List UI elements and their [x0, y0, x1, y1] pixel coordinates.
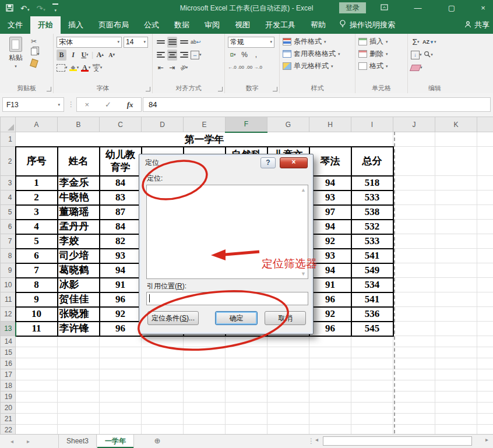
- cell[interactable]: [309, 403, 351, 414]
- cell-total[interactable]: 518: [351, 176, 393, 191]
- cell[interactable]: [100, 414, 142, 425]
- special-button[interactable]: 定位条件(S)...: [147, 311, 199, 325]
- sheet-nav-left-icon[interactable]: ◂: [10, 435, 13, 448]
- ok-button[interactable]: 确定: [215, 311, 258, 325]
- cell[interactable]: [435, 369, 477, 380]
- sort-filter-button[interactable]: AZ▼▾: [422, 37, 436, 48]
- font-name-combo[interactable]: 宋体▾: [57, 37, 122, 48]
- font-color-button[interactable]: A▾: [81, 62, 91, 73]
- cell[interactable]: [477, 425, 493, 435]
- cell[interactable]: [142, 347, 184, 358]
- cell[interactable]: [309, 380, 351, 391]
- cell[interactable]: [309, 425, 351, 435]
- formula-input[interactable]: 84: [143, 97, 491, 112]
- cell[interactable]: [435, 307, 477, 322]
- cell[interactable]: [142, 336, 184, 347]
- cell[interactable]: [226, 391, 267, 403]
- cell-name[interactable]: 李姣: [58, 234, 100, 249]
- column-header-H[interactable]: H: [309, 117, 351, 132]
- cell[interactable]: [226, 336, 267, 347]
- find-select-button[interactable]: ▾: [424, 50, 434, 61]
- cell-score[interactable]: 94: [100, 263, 142, 278]
- cell[interactable]: [309, 347, 351, 358]
- cell-name[interactable]: 张晓雅: [58, 307, 100, 322]
- cell[interactable]: [351, 380, 393, 391]
- cell-total[interactable]: 533: [351, 191, 393, 205]
- cell[interactable]: [393, 191, 435, 205]
- hscroll-thumb[interactable]: [323, 436, 472, 446]
- scroll-down-icon[interactable]: ▼: [301, 271, 306, 277]
- hscroll-right-icon[interactable]: ▸: [485, 436, 488, 443]
- sheet-nav-right-icon[interactable]: ▸: [27, 435, 30, 448]
- phonetic-button[interactable]: wén文▾: [93, 62, 103, 73]
- cell-score[interactable]: 92: [309, 234, 351, 249]
- maximize-button[interactable]: ▢: [442, 0, 462, 16]
- row-header[interactable]: 2: [1, 147, 16, 176]
- cell-score[interactable]: 82: [100, 234, 142, 249]
- cell-score[interactable]: 96: [309, 292, 351, 307]
- cell[interactable]: [393, 380, 435, 391]
- cell[interactable]: [309, 414, 351, 425]
- cell[interactable]: [393, 263, 435, 278]
- clear-button[interactable]: ▾: [411, 62, 422, 73]
- cancel-entry-icon[interactable]: ×: [84, 100, 89, 109]
- cell[interactable]: [58, 391, 100, 403]
- cell[interactable]: [351, 425, 393, 435]
- cell[interactable]: [351, 336, 393, 347]
- cell[interactable]: [16, 358, 58, 369]
- cell[interactable]: [142, 369, 184, 380]
- row-header[interactable]: 8: [1, 249, 16, 263]
- row-header[interactable]: 21: [1, 414, 16, 425]
- cell[interactable]: [435, 336, 477, 347]
- column-header-E[interactable]: E: [184, 117, 226, 132]
- cell[interactable]: [16, 336, 58, 347]
- cell[interactable]: [100, 425, 142, 435]
- cell[interactable]: [184, 380, 226, 391]
- cell[interactable]: [309, 358, 351, 369]
- cell[interactable]: [435, 205, 477, 220]
- cell[interactable]: [351, 414, 393, 425]
- cell[interactable]: [16, 414, 58, 425]
- cell[interactable]: [184, 336, 226, 347]
- cell-score[interactable]: 96: [309, 322, 351, 336]
- cell[interactable]: [393, 322, 435, 336]
- cell[interactable]: [267, 336, 309, 347]
- ribbon-display-options-button[interactable]: [374, 0, 394, 16]
- scroll-up-icon[interactable]: ▲: [301, 187, 306, 193]
- cell[interactable]: [393, 205, 435, 220]
- cell[interactable]: [100, 336, 142, 347]
- cell[interactable]: [184, 347, 226, 358]
- row-header[interactable]: 10: [1, 278, 16, 292]
- top-align-button[interactable]: [156, 37, 165, 48]
- cell[interactable]: [477, 278, 493, 292]
- row-header[interactable]: 7: [1, 234, 16, 249]
- header-cell-preschool[interactable]: 幼儿教育学: [100, 147, 142, 176]
- cell[interactable]: [351, 347, 393, 358]
- cell[interactable]: [477, 191, 493, 205]
- cell-name[interactable]: 李许锋: [58, 322, 100, 336]
- cell[interactable]: [477, 347, 493, 358]
- cell-name[interactable]: 董璐瑶: [58, 205, 100, 220]
- hscroll-left-icon[interactable]: ◂: [315, 436, 318, 443]
- cell[interactable]: [184, 391, 226, 403]
- tab-data[interactable]: 数据: [167, 16, 197, 34]
- bottom-align-button[interactable]: [179, 37, 189, 48]
- row-header[interactable]: 16: [1, 358, 16, 369]
- cell[interactable]: [226, 358, 267, 369]
- column-header-I[interactable]: I: [351, 117, 393, 132]
- cell[interactable]: [435, 263, 477, 278]
- cell[interactable]: [477, 132, 493, 147]
- cell[interactable]: [477, 380, 493, 391]
- cell[interactable]: [16, 380, 58, 391]
- format-as-table-button[interactable]: 套用表格格式▾: [283, 48, 352, 60]
- cell-total[interactable]: 541: [351, 249, 393, 263]
- cell[interactable]: [477, 176, 493, 191]
- cell[interactable]: [393, 369, 435, 380]
- cell-total[interactable]: 545: [351, 322, 393, 336]
- reference-input[interactable]: [146, 292, 308, 305]
- copy-button[interactable]: ▾: [31, 48, 40, 57]
- cell[interactable]: [58, 403, 100, 414]
- cell[interactable]: [267, 403, 309, 414]
- cell-score[interactable]: 93: [309, 191, 351, 205]
- cell-score[interactable]: 94: [309, 176, 351, 191]
